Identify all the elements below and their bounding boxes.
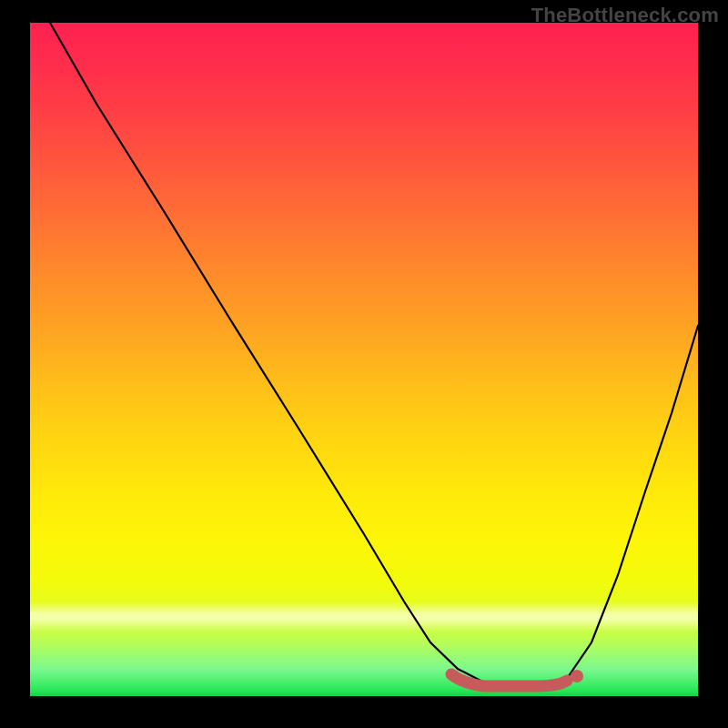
curve-svg xyxy=(30,23,698,696)
sweet-spot-band xyxy=(451,674,567,686)
plot-area xyxy=(30,23,698,696)
sweet-spot-end-dot xyxy=(571,670,583,682)
chart-frame: TheBottleneck.com xyxy=(0,0,728,728)
watermark-text: TheBottleneck.com xyxy=(531,4,719,27)
bottleneck-curve xyxy=(50,23,698,690)
